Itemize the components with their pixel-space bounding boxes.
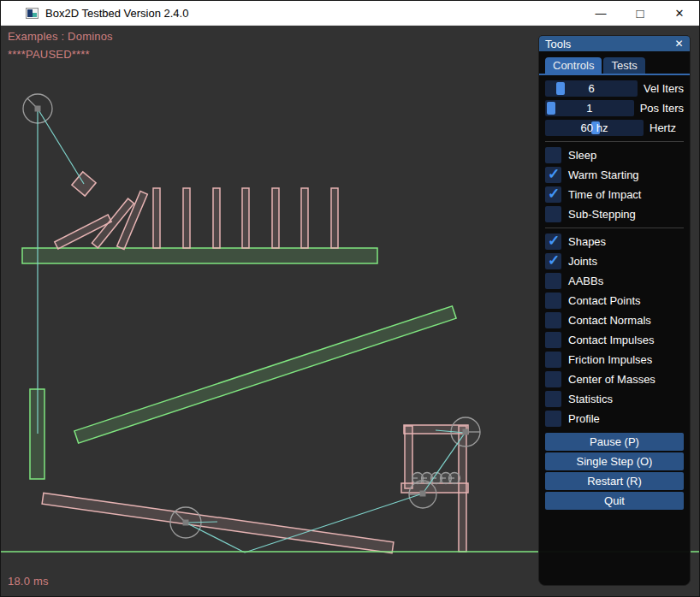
slider-row-vel-iters: 6 Vel Iters	[545, 80, 684, 97]
domino[interactable]	[213, 188, 220, 248]
app-window: Box2D Testbed Version 2.4.0 — □ ✕	[0, 0, 700, 597]
checkbox-label: Shapes	[568, 235, 606, 248]
checkbox-contact-impulses[interactable]: ✓ Contact Impulses	[545, 332, 684, 348]
checkbox-label: Contact Impulses	[568, 334, 654, 346]
checkbox-joints[interactable]: ✓ Joints	[545, 253, 684, 269]
checkbox-friction-impulses[interactable]: ✓ Friction Impulses	[545, 352, 684, 368]
window-controls: — □ ✕	[581, 1, 699, 26]
vel-iters-value: 6	[545, 80, 638, 97]
checkbox-label: Center of Masses	[568, 373, 656, 386]
slider-row-pos-iters: 1 Pos Iters	[545, 100, 684, 116]
checkbox-label: Statistics	[568, 393, 613, 405]
checkbox-center-of-masses[interactable]: ✓ Center of Masses	[545, 371, 684, 387]
checkbox-contact-normals[interactable]: ✓ Contact Normals	[545, 312, 684, 328]
checkbox-label: Profile	[568, 412, 600, 425]
example-label: Examples : Dominos	[8, 30, 113, 43]
checkbox-time-of-impact[interactable]: ✓ Time of Impact	[545, 186, 684, 203]
close-icon: ✕	[675, 7, 685, 20]
checkbox-box[interactable]: ✓	[545, 371, 561, 387]
checkbox-aabbs[interactable]: ✓ AABBs	[545, 273, 684, 289]
domino[interactable]	[301, 188, 308, 248]
tools-panel: Tools ✕ Controls Tests 6 Vel Iters	[538, 35, 691, 586]
check-icon: ✓	[548, 165, 560, 183]
maximize-button[interactable]: □	[620, 1, 660, 26]
checkbox-contact-points[interactable]: ✓ Contact Points	[545, 293, 684, 309]
pos-iters-value: 1	[545, 100, 634, 116]
minimize-icon: —	[596, 7, 607, 20]
slider-row-hertz: 60 hz Hertz	[545, 120, 684, 136]
checkbox-warm-starting[interactable]: ✓ Warm Starting	[545, 167, 684, 183]
checkbox-box[interactable]: ✓	[545, 206, 561, 222]
joint-anchors	[35, 106, 469, 526]
pendulum-joint-line	[38, 109, 84, 184]
ramp-plank	[74, 306, 456, 443]
domino[interactable]	[183, 188, 190, 248]
tools-close-button[interactable]: ✕	[672, 36, 686, 51]
os-titlebar[interactable]: Box2D Testbed Version 2.4.0 — □ ✕	[1, 1, 699, 26]
checkbox-box[interactable]: ✓	[545, 273, 561, 289]
checkbox-box[interactable]: ✓	[545, 391, 561, 407]
checkbox-sleep[interactable]: ✓ Sleep	[545, 147, 684, 163]
tab-underline	[539, 74, 690, 75]
checkbox-label: Sleep	[568, 149, 596, 162]
check-icon: ✓	[548, 232, 560, 250]
check-icon: ✓	[548, 185, 560, 203]
tab-tests[interactable]: Tests	[603, 57, 644, 74]
checkbox-box[interactable]: ✓	[545, 233, 561, 250]
pos-iters-label: Pos Iters	[640, 102, 684, 115]
tools-panel-titlebar[interactable]: Tools ✕	[539, 36, 690, 51]
paused-label: ****PAUSED****	[8, 48, 90, 61]
checkbox-box[interactable]: ✓	[545, 253, 561, 269]
frame-time-label: 18.0 ms	[8, 575, 49, 588]
checkbox-box[interactable]: ✓	[545, 293, 561, 309]
checkbox-label: Contact Normals	[568, 314, 651, 327]
minimize-button[interactable]: —	[581, 1, 620, 26]
hertz-slider[interactable]: 60 hz	[545, 120, 644, 136]
vel-iters-slider[interactable]: 6	[545, 80, 638, 97]
separator	[545, 141, 684, 142]
checkbox-statistics[interactable]: ✓ Statistics	[545, 391, 684, 407]
checkbox-profile[interactable]: ✓ Profile	[545, 411, 684, 427]
domino[interactable]	[242, 188, 249, 248]
simulation-canvas[interactable]: Examples : Dominos ****PAUSED**** 18.0 m…	[1, 26, 699, 596]
domino-platform	[22, 248, 377, 263]
checkbox-label: Sub-Stepping	[568, 208, 636, 221]
maximize-icon: □	[636, 6, 644, 21]
single-step-button[interactable]: Single Step (O)	[545, 452, 684, 470]
quit-button[interactable]: Quit	[545, 492, 684, 510]
checkbox-box[interactable]: ✓	[545, 186, 561, 203]
app-icon	[26, 8, 39, 19]
checkbox-box[interactable]: ✓	[545, 352, 561, 368]
fallen-domino[interactable]	[117, 192, 148, 250]
pos-iters-slider[interactable]: 1	[545, 100, 634, 116]
hertz-value: 60 hz	[545, 120, 644, 136]
window-title: Box2D Testbed Version 2.4.0	[45, 7, 188, 20]
restart-button[interactable]: Restart (R)	[545, 472, 684, 490]
checkbox-box[interactable]: ✓	[545, 332, 561, 348]
cradle-left-post[interactable]	[405, 426, 412, 488]
pause-button[interactable]: Pause (P)	[545, 433, 684, 451]
vel-iters-label: Vel Iters	[644, 82, 684, 95]
checkbox-label: Time of Impact	[568, 188, 641, 201]
checkbox-label: Joints	[568, 255, 597, 268]
tools-panel-title: Tools	[545, 38, 571, 50]
checkbox-label: AABBs	[568, 275, 603, 287]
domino[interactable]	[331, 188, 338, 248]
domino[interactable]	[272, 188, 279, 248]
checkbox-shapes[interactable]: ✓ Shapes	[545, 233, 684, 250]
checkbox-box[interactable]: ✓	[545, 167, 561, 183]
close-icon: ✕	[674, 38, 683, 50]
checkbox-label: Warm Starting	[568, 168, 639, 181]
tab-controls[interactable]: Controls	[545, 57, 602, 74]
checkbox-label: Friction Impulses	[568, 353, 652, 366]
checkbox-box[interactable]: ✓	[545, 147, 561, 163]
domino[interactable]	[153, 188, 160, 248]
checkbox-box[interactable]: ✓	[545, 312, 561, 328]
button-group: Pause (P) Single Step (O) Restart (R) Qu…	[545, 433, 684, 511]
checkbox-label: Contact Points	[568, 294, 641, 307]
checkbox-box[interactable]: ✓	[545, 411, 561, 427]
close-button[interactable]: ✕	[660, 1, 699, 26]
checkbox-sub-stepping[interactable]: ✓ Sub-Stepping	[545, 206, 684, 222]
hertz-label: Hertz	[650, 121, 676, 134]
seesaw-plank[interactable]	[42, 493, 394, 553]
